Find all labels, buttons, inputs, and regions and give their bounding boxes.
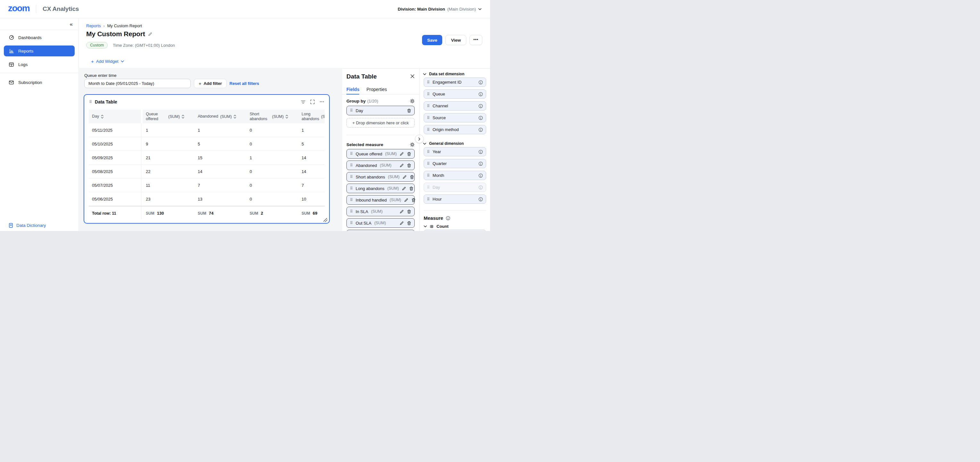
info-icon[interactable] — [479, 116, 483, 120]
add-widget-button[interactable]: + Add Widget — [91, 59, 124, 64]
widget-more-icon[interactable]: ••• — [320, 100, 324, 105]
pencil-icon[interactable] — [399, 221, 404, 225]
pencil-icon[interactable] — [399, 152, 404, 156]
gear-icon[interactable] — [410, 142, 415, 147]
pencil-icon[interactable] — [404, 198, 408, 202]
trash-icon[interactable] — [407, 164, 411, 168]
sidebar-item-dashboards[interactable]: Dashboards — [4, 32, 75, 43]
date-range-input[interactable]: Month to Date (05/01/2025 - Today) — [84, 79, 191, 88]
measure-chip-abandoned[interactable]: ⠿ Abandoned (SUM) — [347, 160, 415, 170]
sidebar-item-reports[interactable]: Reports — [4, 46, 75, 56]
pencil-icon[interactable] — [399, 164, 404, 168]
division-selector[interactable]: Division: Main Division (Main Division) — [398, 7, 482, 11]
measure-chip-partial-queue-offered[interactable]: ⠿ Queue offered — [424, 230, 486, 231]
dimension-chip-engagement-id[interactable]: ⠿ Engagement ID — [424, 78, 486, 87]
measure-chip-out-sla[interactable]: ⠿ Out SLA (SUM) — [347, 218, 415, 228]
drag-handle-icon[interactable]: ⠿ — [350, 186, 353, 190]
column-header-day[interactable]: Day — [89, 110, 141, 123]
dimension-chip-channel[interactable]: ⠿ Channel — [424, 101, 486, 111]
pencil-icon[interactable] — [402, 186, 406, 191]
table-row[interactable]: 05/08/2025 22 14 0 14 — [89, 165, 325, 178]
close-icon[interactable] — [410, 74, 414, 78]
sort-icon[interactable] — [286, 115, 288, 119]
info-icon[interactable] — [446, 216, 450, 221]
column-header-short-abandons[interactable]: Short abandons (SUM) — [247, 110, 298, 123]
drag-handle-icon[interactable]: ⠿ — [350, 221, 353, 225]
measure-chip-short-abandons[interactable]: ⠿ Short abandons (SUM) — [347, 172, 415, 182]
sidebar-item-logs[interactable]: Logs — [4, 59, 75, 70]
dimension-chip-year[interactable]: ⠿ Year — [424, 147, 486, 156]
drag-handle-icon[interactable]: ⠿ — [427, 162, 430, 166]
drag-handle-icon[interactable]: ⠿ — [350, 109, 353, 113]
trash-icon[interactable] — [409, 186, 414, 191]
column-header-abandoned[interactable]: Abandoned (SUM) — [194, 110, 247, 123]
data-dictionary-link[interactable]: Data Dictionary — [9, 223, 46, 228]
dimension-chip-queue[interactable]: ⠿ Queue — [424, 89, 486, 99]
more-options-button[interactable]: ••• — [469, 35, 482, 45]
table-row[interactable]: 05/11/2025 1 1 0 1 — [89, 123, 325, 137]
column-header-long-abandons[interactable]: Long abandons (SUM) — [298, 110, 325, 123]
reset-all-filters-link[interactable]: Reset all filters — [229, 81, 259, 86]
tab-properties[interactable]: Properties — [366, 87, 387, 95]
table-row[interactable]: 05/06/2025 23 13 0 10 — [89, 192, 325, 206]
trash-icon[interactable] — [407, 221, 411, 225]
drag-handle-icon[interactable]: ⠿ — [350, 164, 353, 167]
dimension-chip-hour[interactable]: ⠿ Hour — [424, 194, 486, 204]
tab-fields[interactable]: Fields — [347, 87, 359, 95]
drag-handle-icon[interactable]: ⠿ — [427, 80, 430, 84]
drag-handle-icon[interactable]: ⠿ — [427, 197, 430, 201]
table-row[interactable]: 05/09/2025 21 15 1 14 — [89, 151, 325, 165]
edit-title-pencil-icon[interactable] — [148, 32, 152, 36]
measure-chip-partial[interactable] — [347, 230, 415, 231]
dimension-chip-source[interactable]: ⠿ Source — [424, 113, 486, 122]
column-header-queue-offered[interactable]: Queue offered (SUM) — [143, 110, 194, 123]
info-icon[interactable] — [479, 197, 483, 202]
info-icon[interactable] — [479, 173, 483, 178]
info-icon[interactable] — [479, 92, 483, 97]
drag-handle-icon[interactable]: ⠿ — [427, 128, 430, 132]
drag-handle-icon[interactable]: ⠿ — [427, 116, 430, 120]
info-icon[interactable] — [479, 127, 483, 132]
measure-chip-queue-offered[interactable]: ⠿ Queue offered (SUM) — [347, 149, 415, 159]
data-table-widget[interactable]: ⠿ Data Table ••• Day Queue o — [84, 94, 330, 224]
sidebar-item-subscription[interactable]: Subscription — [4, 77, 75, 88]
breadcrumb-reports-link[interactable]: Reports — [86, 24, 101, 28]
trash-icon[interactable] — [407, 152, 411, 156]
count-measure-group[interactable]: Count — [424, 224, 449, 229]
view-button[interactable]: View — [445, 35, 466, 45]
sort-icon[interactable] — [101, 115, 103, 119]
collapse-panel-button[interactable] — [415, 135, 424, 143]
dimension-chip-origin-method[interactable]: ⠿ Origin method — [424, 125, 486, 134]
widget-resize-handle[interactable] — [323, 218, 328, 222]
sort-icon[interactable] — [234, 115, 236, 119]
sidebar-collapse-button[interactable]: « — [70, 21, 73, 27]
info-icon[interactable] — [479, 104, 483, 108]
table-row[interactable]: 05/07/2025 11 7 0 7 — [89, 178, 325, 192]
info-icon[interactable] — [479, 149, 483, 154]
drag-handle-icon[interactable]: ⠿ — [427, 174, 430, 178]
drop-dimension-zone[interactable]: + Drop dimension here or click — [347, 118, 415, 127]
add-filter-button[interactable]: + Add filter — [194, 79, 227, 88]
dimension-chip-quarter[interactable]: ⠿ Quarter — [424, 159, 486, 168]
trash-icon[interactable] — [410, 175, 414, 179]
info-icon[interactable] — [479, 162, 483, 166]
drag-handle-icon[interactable]: ⠿ — [89, 100, 92, 104]
pencil-icon[interactable] — [402, 175, 407, 179]
save-button[interactable]: Save — [422, 35, 442, 45]
measure-chip-long-abandons[interactable]: ⠿ Long abandons (SUM) — [347, 184, 415, 193]
table-row[interactable]: 05/10/2025 9 5 0 5 — [89, 137, 325, 151]
drag-handle-icon[interactable]: ⠿ — [350, 210, 353, 213]
dimension-chip-month[interactable]: ⠿ Month — [424, 171, 486, 180]
drag-handle-icon[interactable]: ⠿ — [427, 104, 430, 108]
zoom-logo[interactable]: zoom — [8, 4, 29, 14]
measure-chip-in-sla[interactable]: ⠿ In SLA (SUM) — [347, 206, 415, 216]
drag-handle-icon[interactable]: ⠿ — [350, 152, 353, 156]
trash-icon[interactable] — [407, 210, 411, 214]
sort-icon[interactable] — [182, 115, 184, 119]
pencil-icon[interactable] — [399, 210, 404, 214]
gear-icon[interactable] — [410, 99, 415, 103]
trash-icon[interactable] — [407, 109, 411, 113]
dataset-dimension-header[interactable]: Data set dimension — [423, 72, 465, 76]
filter-lines-icon[interactable] — [301, 100, 305, 104]
info-icon[interactable] — [479, 80, 483, 84]
